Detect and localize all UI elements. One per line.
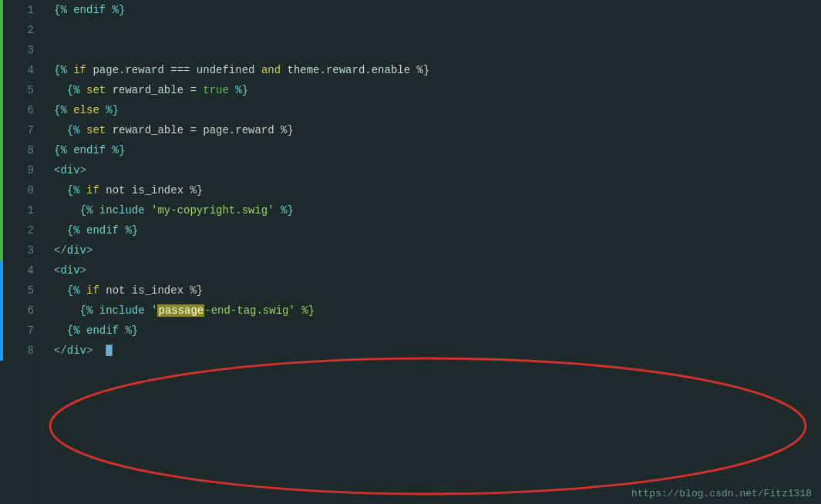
code-line: <div> xyxy=(54,160,821,180)
gutter-green xyxy=(0,0,3,260)
code-line: {% include 'my-copyright.swig' %} xyxy=(54,200,821,220)
line-number: 6 xyxy=(0,301,34,321)
line-number: 5 xyxy=(0,281,34,301)
code-line xyxy=(54,20,821,40)
code-line xyxy=(54,40,821,60)
line-number: 3 xyxy=(0,240,34,260)
code-line: <div> xyxy=(54,260,821,281)
line-number: 8 xyxy=(0,341,34,361)
line-number: 2 xyxy=(0,20,34,40)
gutter-blue xyxy=(0,260,3,361)
code-line: {% set reward_able = page.reward %} xyxy=(54,120,821,140)
code-line: {% include 'passage-end-tag.swig' %} xyxy=(54,301,821,321)
code-line: {% if page.reward === undefined and them… xyxy=(54,60,821,80)
watermark: https://blog.csdn.net/Fitz1318 xyxy=(631,488,812,499)
editor-container: 123456789012345678 {% endif %} {% if pag… xyxy=(0,0,821,504)
line-number: 9 xyxy=(0,160,34,180)
line-number: 7 xyxy=(0,321,34,341)
code-line: </div> █ xyxy=(54,341,821,361)
line-number: 4 xyxy=(0,60,34,80)
line-number: 0 xyxy=(0,180,34,200)
code-line: {% endif %} xyxy=(54,0,821,20)
code-line: {% endif %} xyxy=(54,140,821,160)
line-number: 8 xyxy=(0,140,34,160)
line-number: 4 xyxy=(0,260,34,281)
code-line: {% else %} xyxy=(54,100,821,120)
code-area: {% endif %} {% if page.reward === undefi… xyxy=(42,0,821,504)
line-numbers: 123456789012345678 xyxy=(0,0,42,504)
line-number: 1 xyxy=(0,200,34,220)
line-number: 7 xyxy=(0,120,34,140)
code-line: {% endif %} xyxy=(54,220,821,240)
gutter-bar xyxy=(0,0,3,504)
code-line: {% if not is_index %} xyxy=(54,281,821,301)
line-number: 5 xyxy=(0,80,34,100)
code-line: {% set reward_able = true %} xyxy=(54,80,821,100)
highlighted-word: passage xyxy=(157,304,204,317)
line-number: 1 xyxy=(0,0,34,20)
code-line: {% if not is_index %} xyxy=(54,180,821,200)
line-number: 6 xyxy=(0,100,34,120)
code-line: {% endif %} xyxy=(54,321,821,341)
line-number: 3 xyxy=(0,40,34,60)
line-number: 2 xyxy=(0,220,34,240)
code-line: </div> xyxy=(54,240,821,260)
